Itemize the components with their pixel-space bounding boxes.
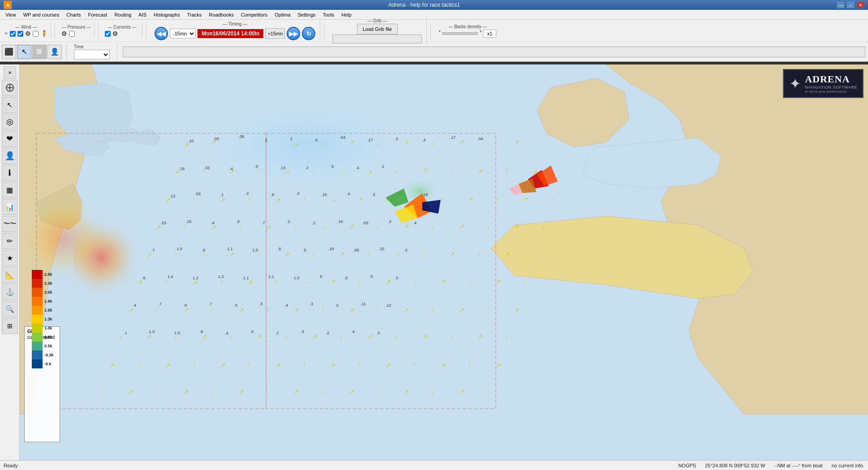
svg-text:↑: ↑	[321, 306, 324, 313]
lp-measure-tool[interactable]: 📐	[2, 267, 18, 283]
legend: GRIB current speed 2.5k 2.3k 2.0k 1.8k 1…	[24, 326, 60, 442]
svg-text:.6: .6	[142, 276, 146, 280]
lp-zoom-nav[interactable]	[2, 80, 18, 96]
wind-checkbox3[interactable]	[33, 31, 39, 37]
lp-layers-tool[interactable]: ▦	[2, 182, 18, 198]
adrena-subtitle: NAVIGATION SOFTWARE	[805, 85, 857, 90]
icon-btn-avatar[interactable]: 👤	[47, 45, 62, 59]
minimize-button[interactable]: —	[837, 1, 845, 9]
svg-text:↑: ↑	[551, 197, 554, 204]
svg-text:.1: .1	[124, 331, 127, 335]
svg-text:↑: ↑	[505, 334, 508, 341]
time-select[interactable]	[74, 50, 110, 60]
svg-text:1.0: 1.0	[294, 276, 300, 280]
load-grib-button[interactable]: Load Grib file	[357, 24, 398, 34]
svg-text:1.4: 1.4	[168, 274, 173, 279]
wind-checkbox2[interactable]	[17, 31, 23, 37]
svg-text:.2: .2	[289, 137, 292, 141]
menu-tracks[interactable]: Tracks	[184, 11, 206, 18]
left-panel: ✕ ↖ ◎ ❤ 👤 ℹ ▦ 📊 〜〜 ✏ ★ 📐 ⚓ 🔍 ⊞	[0, 64, 20, 460]
svg-text:↗: ↗	[404, 388, 409, 395]
menu-routing[interactable]: Routing	[111, 11, 135, 18]
menu-settings[interactable]: Settings	[294, 11, 319, 18]
lp-circle-compass[interactable]: ◎	[2, 114, 18, 130]
wind-close[interactable]: ✕	[4, 31, 8, 36]
grib-section: — Grib — Load Grib file	[328, 17, 427, 44]
menu-charts[interactable]: Charts	[63, 11, 84, 18]
lp-zoom-out-btn[interactable]: 🔍	[2, 301, 18, 317]
toolbar-row2: ⬛ ↖ ⬜ 👤 Time	[0, 42, 868, 62]
svg-text:↗: ↗	[229, 251, 235, 258]
timing-section: — Timing — ◀◀ -15mn Mon16/06/2014 14:00l…	[150, 20, 320, 41]
lp-cursor-tool[interactable]: ↖	[2, 97, 18, 113]
lp-info-tool[interactable]: ℹ	[2, 165, 18, 181]
lp-close-btn[interactable]: ✕	[4, 66, 16, 79]
lp-chart-tool[interactable]: 📊	[2, 199, 18, 215]
svg-text:1.3: 1.3	[218, 274, 223, 279]
scale-item-m03k: -0.3k	[32, 350, 61, 359]
timing-plus-button[interactable]: +15mn	[265, 28, 285, 39]
scale-item-m0k: -0.k	[32, 359, 61, 368]
svg-text:↑: ↑	[477, 252, 481, 259]
maximize-button[interactable]: ↔	[847, 1, 855, 9]
scale-label-m0k: -0.k	[44, 362, 52, 366]
timing-back-button[interactable]: ◀◀	[155, 27, 168, 40]
barbs-section: — Barbs density — ' ' x1	[434, 23, 501, 38]
status-current: no current info.	[832, 463, 864, 468]
svg-text:↑: ↑	[533, 252, 536, 259]
wind-gear[interactable]: ⚙	[25, 30, 31, 37]
map-area[interactable]: ↗↗↑ ↑↗↑ ↗↑↗ ↑↗↑ ↗ ↗↑↗ ↑↗↑ →↗↑ ↗↑↗ ↑↗ ↗↑↗…	[20, 64, 868, 460]
menu-wp-courses[interactable]: WP and courses	[20, 11, 63, 18]
svg-text:↑: ↑	[248, 361, 251, 368]
pressure-gear[interactable]: ⚙	[61, 30, 67, 37]
svg-text:↗: ↗	[386, 362, 391, 369]
svg-text:.4: .4	[422, 138, 426, 142]
menu-forecast[interactable]: Forecast	[85, 11, 111, 18]
lp-anchor-tool[interactable]: ⚓	[2, 284, 18, 300]
svg-text:.3: .3	[259, 302, 263, 306]
svg-text:.5: .5	[370, 274, 373, 279]
svg-text:1.1: 1.1	[227, 247, 233, 251]
menu-optima[interactable]: Optima	[271, 11, 294, 18]
svg-text:↗: ↗	[294, 388, 299, 395]
menu-ais[interactable]: AIS	[135, 11, 150, 18]
svg-text:1.1: 1.1	[268, 274, 274, 279]
lp-pencil-tool[interactable]: ✏	[2, 233, 18, 249]
lp-zoom-fit-btn[interactable]: ⊞	[2, 318, 18, 334]
scale-item-15k: 1.5k	[32, 306, 61, 315]
scale-item-13k: 1.3k	[32, 315, 61, 324]
barbs-slider[interactable]	[442, 32, 478, 35]
lp-star-tool[interactable]: ★	[2, 250, 18, 266]
svg-text:↑: ↑	[413, 361, 416, 368]
menu-bar: View WP and courses Charts Forecast Rout…	[0, 10, 868, 20]
svg-text:↑: ↑	[376, 389, 379, 396]
close-button[interactable]: ✕	[856, 1, 864, 9]
svg-text:↗: ↗	[514, 139, 520, 146]
svg-text:.4: .4	[351, 329, 355, 334]
icon-btn-nav1[interactable]: ⬛	[2, 45, 16, 59]
scale-item-23k: 2.3k	[32, 279, 61, 288]
currents-gear[interactable]: ⚙	[112, 30, 118, 37]
icon-btn-nav2[interactable]: ↖	[17, 45, 31, 59]
lp-wave-tool[interactable]: 〜〜	[2, 216, 18, 232]
timing-loop-button[interactable]: ↻	[302, 27, 315, 40]
svg-text:.12: .12	[386, 303, 391, 308]
scale-item-25k: 2.5k	[32, 270, 61, 279]
svg-text:.5: .5	[314, 138, 318, 142]
scale-label-08k: 0.8k	[44, 335, 52, 339]
timing-forward-button[interactable]: ▶▶	[287, 27, 300, 40]
menu-roadbooks[interactable]: Roadbooks	[205, 11, 237, 18]
currents-controls: ⚙	[105, 30, 139, 37]
svg-text:↑: ↑	[284, 334, 288, 341]
timing-minus-select[interactable]: -15mn	[170, 29, 196, 38]
lp-person-tool[interactable]: 👤	[2, 148, 18, 164]
menu-competitors[interactable]: Competitors	[237, 11, 271, 18]
lp-heart-tool[interactable]: ❤	[2, 131, 18, 147]
currents-checkbox[interactable]	[105, 31, 111, 37]
icon-btn-nav3[interactable]: ⬜	[32, 45, 47, 59]
svg-text:↑: ↑	[266, 306, 269, 313]
pressure-checkbox[interactable]	[69, 31, 75, 37]
menu-view[interactable]: View	[2, 11, 20, 18]
wind-checkbox1[interactable]	[10, 31, 16, 37]
menu-histographs[interactable]: Histographs	[150, 11, 184, 18]
